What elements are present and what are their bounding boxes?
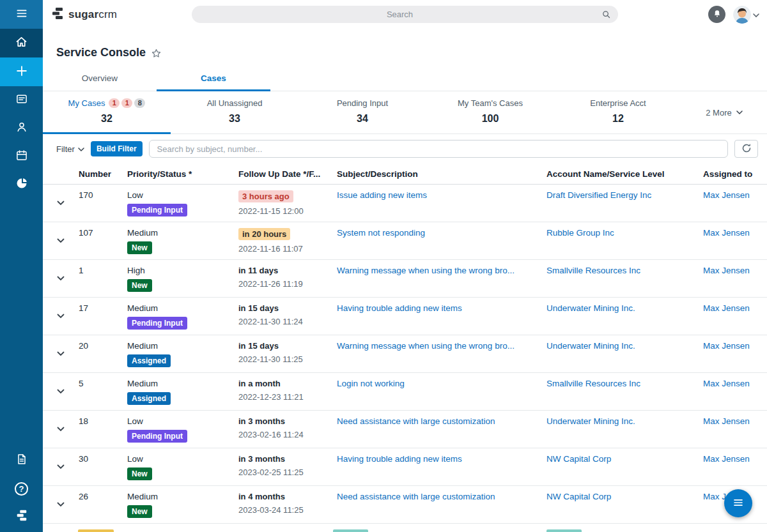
queue-tab-label: My Cases [68, 98, 105, 108]
col-followup-date[interactable]: Follow Up Date */F... [238, 169, 337, 179]
case-queue-tab[interactable]: All Unassigned 33 [171, 91, 298, 133]
case-number: 20 [79, 335, 127, 372]
sidebar-add-button[interactable] [0, 57, 43, 86]
followup-relative: in 15 days [238, 341, 279, 351]
assigned-user-link[interactable]: Max Jensen [703, 416, 750, 426]
case-subject-link[interactable]: Warning message when using the wrong bro… [337, 341, 515, 351]
notifications-button[interactable] [708, 6, 725, 23]
followup-datetime: 2022-11-15 12:00 [238, 206, 337, 216]
account-link[interactable]: NW Capital Corp [546, 492, 611, 501]
partial-badge-fragment [546, 529, 582, 532]
favorite-star-icon[interactable] [151, 48, 162, 59]
sidebar-menu-button[interactable] [0, 0, 43, 29]
search-icon[interactable] [601, 10, 611, 19]
status-badge: Pending Input [127, 430, 187, 443]
queue-tab-badges: 118 [109, 98, 145, 108]
row-expand-chevron[interactable] [54, 198, 67, 208]
row-expand-chevron[interactable] [54, 311, 67, 321]
queue-tab-count: 100 [426, 113, 554, 125]
case-priority: Medium [127, 303, 238, 313]
assigned-user-link[interactable]: Max Jensen [703, 454, 750, 464]
build-filter-button[interactable]: Build Filter [91, 141, 143, 156]
row-expand-chevron[interactable] [54, 236, 67, 246]
filter-dropdown[interactable]: Filter [56, 144, 84, 154]
account-link[interactable]: NW Capital Corp [546, 454, 611, 464]
account-link[interactable]: Underwater Mining Inc. [546, 303, 635, 313]
case-queue-tab[interactable]: 2 More [682, 91, 766, 133]
row-expand-chevron[interactable] [54, 349, 67, 359]
global-search-input[interactable] [201, 10, 599, 19]
assigned-user-link[interactable]: Max Jensen [703, 266, 750, 275]
calendar-icon [15, 149, 28, 164]
followup-datetime: 2022-11-30 11:24 [238, 317, 337, 326]
sidebar-item-help[interactable]: ? [0, 475, 43, 503]
case-search-input[interactable] [149, 140, 728, 158]
queue-count-badge: 1 [109, 98, 120, 108]
case-subject-link[interactable]: Having trouble adding new items [337, 303, 462, 313]
table-row: 170 Low Pending Input 3 hours ago 2022-1… [43, 185, 767, 222]
person-icon [15, 121, 28, 136]
sidebar-item-home[interactable] [0, 29, 43, 57]
account-link[interactable]: Underwater Mining Inc. [546, 416, 635, 426]
assigned-user-link[interactable]: Max Jensen [703, 228, 750, 238]
assigned-user-link[interactable]: Max Jensen [703, 341, 750, 351]
case-subject-link[interactable]: Warning message when using the wrong bro… [337, 266, 515, 275]
case-queue-tab[interactable]: My Team's Cases 100 [426, 91, 554, 133]
row-expand-chevron[interactable] [54, 462, 67, 472]
case-subject-link[interactable]: System not responding [337, 228, 425, 238]
tab-cases[interactable]: Cases [157, 66, 270, 91]
row-expand-chevron[interactable] [54, 499, 67, 510]
user-menu[interactable] [733, 6, 759, 24]
logo-stack-icon [50, 6, 65, 23]
tab-overview[interactable]: Overview [43, 66, 157, 91]
sidebar-item-notes[interactable] [0, 446, 43, 475]
row-expand-chevron[interactable] [54, 273, 67, 284]
case-subject-link[interactable]: Need assistance with large customization [337, 492, 495, 501]
followup-relative: in 3 months [238, 416, 285, 426]
sidebar-item-sugar[interactable] [0, 503, 43, 531]
chevron-down-icon [78, 144, 84, 154]
quick-actions-fab[interactable] [724, 489, 752, 517]
account-link[interactable]: Underwater Mining Inc. [546, 341, 635, 351]
account-link[interactable]: Smallville Resources Inc [546, 379, 640, 388]
account-link[interactable]: Rubble Group Inc [546, 228, 614, 238]
case-subject-link[interactable]: Issue adding new items [337, 190, 427, 200]
status-badge: Assigned [127, 354, 171, 367]
followup-relative: in 4 months [238, 492, 285, 501]
case-queue-tab[interactable]: Enterprise Acct 12 [554, 91, 682, 133]
sugarcrm-logo[interactable]: sugarcrm [50, 6, 117, 23]
case-number: 26 [79, 486, 127, 523]
followup-datetime: 2023-02-25 11:25 [238, 467, 337, 477]
case-subject-link[interactable]: Need assistance with large customization [337, 416, 495, 426]
assigned-user-link[interactable]: Max Jensen [703, 190, 750, 200]
col-subject-description[interactable]: Subject/Description [337, 169, 546, 179]
sidebar-item-cards[interactable] [0, 86, 43, 114]
logo-text: sugarcrm [68, 8, 117, 21]
case-queue-tab[interactable]: My Cases 118 32 [43, 91, 171, 133]
sidebar-item-contacts[interactable] [0, 114, 43, 142]
account-link[interactable]: Draft Diversified Energy Inc [546, 190, 651, 200]
sidebar-item-calendar[interactable] [0, 142, 43, 171]
case-subject-link[interactable]: Having trouble adding new items [337, 454, 462, 464]
case-subject-link[interactable]: Login not working [337, 379, 405, 388]
col-assigned-to[interactable]: Assigned to [703, 169, 767, 179]
status-badge: New [127, 505, 152, 518]
refresh-button[interactable] [734, 140, 758, 158]
help-icon: ? [15, 482, 28, 496]
row-expand-chevron[interactable] [54, 386, 67, 397]
case-queue-tab[interactable]: Pending Input 34 [298, 91, 426, 133]
hamburger-menu-icon [15, 7, 28, 22]
queue-tab-label: 2 More [706, 108, 731, 118]
row-expand-chevron[interactable] [54, 424, 67, 434]
account-link[interactable]: Smallville Resources Inc [546, 266, 640, 275]
followup-datetime: 2023-03-24 11:25 [238, 505, 337, 515]
assigned-user-link[interactable]: Max Jensen [703, 303, 750, 313]
assigned-user-link[interactable]: Max Jensen [703, 379, 750, 388]
col-priority-status[interactable]: Priority/Status * [127, 169, 238, 179]
followup-datetime: 2023-02-16 11:24 [238, 430, 337, 439]
sidebar-item-reports[interactable] [0, 171, 43, 199]
col-number[interactable]: Number [79, 169, 127, 179]
app-root: ? sugarcrm [0, 0, 767, 532]
queue-tab-count: 12 [554, 113, 682, 125]
col-account-service-level[interactable]: Account Name/Service Level [546, 169, 703, 179]
